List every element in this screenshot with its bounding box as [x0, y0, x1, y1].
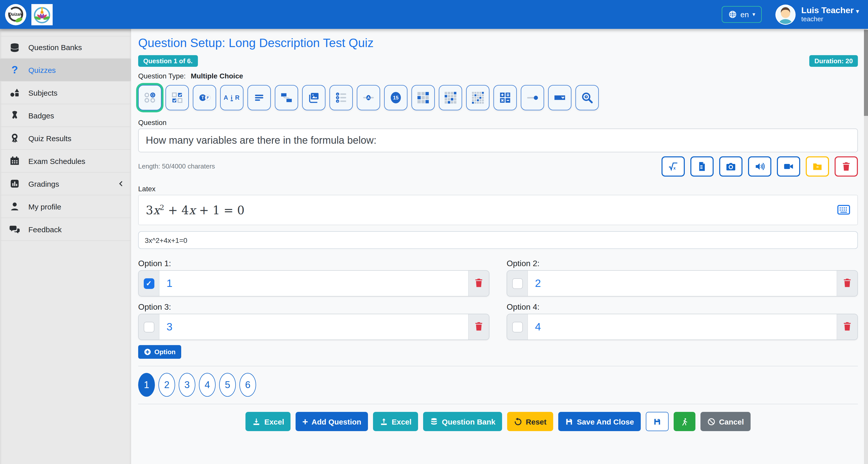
file-icon: [696, 161, 708, 172]
person-icon: [9, 201, 20, 212]
question-input[interactable]: [138, 128, 858, 152]
page-button-5[interactable]: 5: [219, 373, 236, 397]
cancel-button[interactable]: Cancel: [700, 412, 750, 431]
magnifier-question-icon: ?: [580, 91, 594, 105]
reset-button[interactable]: Reset: [507, 412, 553, 431]
delete-option-button[interactable]: [842, 277, 853, 289]
page-button-2[interactable]: 2: [158, 373, 175, 397]
sidebar-item-question-banks[interactable]: Question Banks: [0, 36, 131, 59]
type-search-question-button[interactable]: ?: [576, 85, 599, 110]
user-menu[interactable]: Luis Teacher ▾ teacher: [801, 6, 859, 23]
type-multiple-choice-radio-button[interactable]: [138, 85, 161, 110]
chevron-left-icon[interactable]: [117, 180, 125, 188]
question-label: Question: [138, 118, 858, 126]
ban-icon: [707, 417, 715, 426]
sidebar-item-badges[interactable]: Badges: [0, 104, 131, 127]
option-correct-checkbox[interactable]: [144, 321, 154, 332]
excel-upload-button[interactable]: Excel: [373, 412, 418, 431]
latex-label: Latex: [138, 185, 858, 193]
save-and-close-button[interactable]: Save And Close: [558, 412, 641, 431]
user-name: Luis Teacher: [801, 6, 854, 16]
add-option-button[interactable]: Option: [138, 345, 181, 359]
save-button[interactable]: [646, 412, 668, 431]
type-math-operations-button[interactable]: [493, 85, 517, 110]
scrollbar-thumb[interactable]: [864, 30, 868, 116]
delete-option-button[interactable]: [473, 321, 484, 333]
speaker-icon: [754, 161, 765, 172]
plus-icon: +: [302, 417, 308, 426]
latex-source-input[interactable]: [138, 231, 858, 249]
option-value-input[interactable]: [159, 277, 468, 289]
page-button-1[interactable]: 1: [138, 373, 155, 397]
option-correct-checkbox[interactable]: ✓: [144, 278, 154, 289]
matching-icon: [279, 91, 293, 105]
run-preview-button[interactable]: [673, 412, 695, 431]
user-role: teacher: [801, 16, 859, 23]
option-block-2: Option 2:: [507, 259, 858, 297]
trash-icon: [841, 161, 852, 172]
page-button-3[interactable]: 3: [179, 373, 195, 397]
delete-option-button[interactable]: [842, 321, 853, 333]
delete-question-button[interactable]: [835, 156, 858, 177]
add-question-button[interactable]: + Add Question: [296, 412, 368, 431]
option-label: Option 1:: [138, 259, 489, 268]
type-true-false-button[interactable]: TF: [193, 85, 216, 110]
length-counter: Length: 50/4000 charaters: [138, 156, 215, 170]
camera-icon: [725, 161, 736, 172]
type-ordering-button[interactable]: 123: [330, 85, 353, 110]
sidebar-item-label: Feedback: [28, 225, 62, 234]
type-multi-select-checkbox-button[interactable]: [165, 85, 189, 110]
excel-download-button[interactable]: Excel: [245, 412, 290, 431]
type-matching-button[interactable]: [275, 85, 298, 110]
language-selector[interactable]: en ▾: [722, 6, 762, 23]
question-bank-button[interactable]: Question Bank: [423, 412, 502, 431]
math-formula-button[interactable]: x: [661, 156, 685, 177]
download-icon: [252, 417, 261, 426]
type-essay-button[interactable]: [247, 85, 271, 110]
type-numeric-button[interactable]: 15: [384, 85, 407, 110]
sidebar-item-feedback[interactable]: Feedback: [0, 218, 131, 241]
quiz-question-setup-app: Quizale en ▾ Luis Teacher ▾ teacher Ques…: [0, 0, 868, 464]
delete-option-button[interactable]: [473, 277, 484, 289]
database-icon: [430, 417, 438, 426]
camera-button[interactable]: [719, 156, 742, 177]
page-button-6[interactable]: 6: [239, 373, 256, 397]
lotus-school-logo[interactable]: [31, 4, 53, 25]
option-correct-checkbox[interactable]: [512, 321, 523, 332]
type-grid-5x5-button[interactable]: [466, 85, 489, 110]
video-button[interactable]: [777, 156, 800, 177]
sidebar-item-quiz-results[interactable]: Quiz Results: [0, 127, 131, 150]
options-grid: Option 1: ✓ Option 2: O: [138, 259, 858, 340]
option-correct-checkbox[interactable]: [512, 278, 523, 289]
medal-icon: [9, 132, 20, 144]
option-value-input[interactable]: [159, 321, 468, 333]
upload-icon: [380, 417, 388, 426]
option-value-input[interactable]: [528, 277, 837, 289]
sidebar-item-exam-schedules[interactable]: Exam Schedules: [0, 150, 131, 173]
sidebar-item-label: My profile: [28, 202, 61, 211]
sidebar-item-quizzes[interactable]: ? Quizzes: [0, 59, 131, 82]
type-dropdown-button[interactable]: [548, 85, 571, 110]
keyboard-icon[interactable]: [837, 205, 850, 216]
type-slider-button[interactable]: [521, 85, 544, 110]
avatar[interactable]: [775, 4, 796, 25]
folder-button[interactable]: [806, 156, 829, 177]
quizale-logo[interactable]: Quizale: [5, 4, 26, 25]
shapes-icon: [9, 87, 20, 98]
audio-button[interactable]: [748, 156, 771, 177]
scrollbar[interactable]: [864, 29, 868, 464]
type-grid-3x3-button[interactable]: [411, 85, 435, 110]
type-image-question-button[interactable]: [302, 85, 326, 110]
type-fill-in-blank-button[interactable]: A i R: [220, 85, 243, 110]
option-value-input[interactable]: [528, 321, 837, 333]
sidebar-item-gradings[interactable]: Gradings: [0, 173, 131, 195]
option-input-group: [507, 314, 858, 340]
document-button[interactable]: [690, 156, 714, 177]
question-mark-icon: ?: [9, 64, 20, 75]
type-grid-4x4-button[interactable]: [439, 85, 462, 110]
type-slider-label-button[interactable]: A: [357, 85, 380, 110]
text-lines-icon: [252, 91, 266, 105]
sidebar-item-subjects[interactable]: Subjects: [0, 82, 131, 104]
page-button-4[interactable]: 4: [199, 373, 216, 397]
sidebar-item-my-profile[interactable]: My profile: [0, 195, 131, 218]
